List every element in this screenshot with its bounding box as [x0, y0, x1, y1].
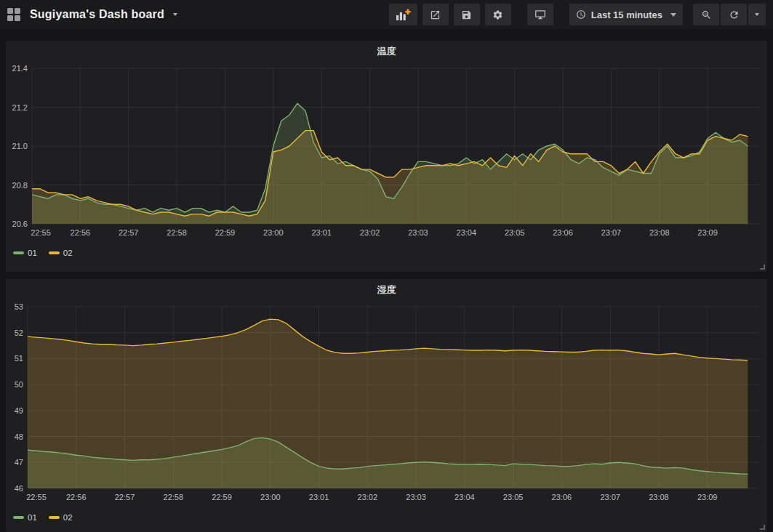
x-tick-label: 23:01 [311, 228, 332, 237]
y-tick-label: 21.2 [12, 103, 28, 112]
dashboard-title: Sugiyama's Dash board [30, 8, 164, 21]
time-range-picker[interactable]: Last 15 minutes [569, 4, 683, 25]
panel-temperature: 温度 20.620.821.021.221.422:5522:5622:5722… [6, 41, 767, 272]
x-tick-label: 23:03 [406, 493, 426, 501]
x-tick-label: 23:02 [360, 228, 380, 237]
y-tick-label: 47 [15, 458, 23, 467]
temperature-legend: 0102 [6, 246, 767, 257]
legend-label: 01 [28, 513, 37, 522]
y-tick-label: 50 [15, 380, 23, 389]
legend-label: 02 [63, 249, 73, 257]
x-tick-label: 22:59 [215, 228, 236, 237]
y-tick-label: 21.0 [12, 142, 28, 150]
x-tick-label: 22:58 [167, 228, 187, 237]
tv-mode-button[interactable] [527, 4, 553, 25]
legend-item-01[interactable]: 01 [13, 249, 37, 257]
share-button[interactable] [422, 4, 449, 25]
add-panel-button[interactable] [389, 4, 417, 25]
x-tick-label: 23:09 [697, 228, 718, 237]
x-tick-label: 23:05 [505, 228, 525, 237]
y-tick-label: 49 [15, 406, 23, 415]
x-tick-label: 23:06 [553, 228, 573, 237]
humidity-legend: 0102 [6, 510, 767, 522]
time-range-caret-icon [670, 13, 676, 17]
dashboard-caret-icon[interactable] [173, 13, 177, 16]
dashboards-grid-icon[interactable] [7, 8, 21, 22]
x-tick-label: 23:04 [457, 228, 477, 237]
x-tick-label: 22:59 [212, 493, 232, 501]
share-icon [430, 9, 441, 20]
refresh-button[interactable] [721, 4, 747, 25]
time-range-label: Last 15 minutes [591, 9, 662, 20]
legend-color-dash [13, 516, 24, 519]
panel-title-temperature[interactable]: 温度 [6, 41, 767, 60]
x-tick-label: 23:00 [260, 493, 281, 501]
save-button[interactable] [454, 4, 480, 25]
legend-label: 01 [28, 249, 37, 257]
y-tick-label: 53 [15, 302, 23, 311]
refresh-interval-button[interactable] [748, 4, 766, 25]
legend-color-dash [49, 251, 60, 254]
x-tick-label: 22:56 [71, 228, 91, 237]
clock-icon [576, 9, 586, 20]
x-tick-label: 23:08 [649, 493, 669, 501]
legend-color-dash [49, 516, 60, 519]
panel-resize-handle[interactable] [760, 525, 765, 530]
x-tick-label: 23:09 [697, 493, 718, 501]
tv-mode-icon [534, 9, 546, 20]
legend-item-02[interactable]: 02 [49, 249, 73, 257]
add-panel-icon [396, 9, 411, 20]
x-tick-label: 23:01 [309, 493, 329, 501]
y-tick-label: 20.8 [12, 181, 28, 190]
y-tick-label: 46 [15, 484, 23, 493]
humidity-graph[interactable]: 464748495051525322:5522:5622:5722:5822:5… [6, 298, 767, 507]
navbar: Sugiyama's Dash board [0, 0, 773, 29]
refresh-interval-caret-icon [755, 13, 759, 16]
x-tick-label: 23:00 [263, 228, 284, 237]
x-tick-label: 23:06 [552, 493, 572, 501]
zoom-out-icon [701, 9, 712, 20]
y-tick-label: 20.6 [12, 219, 28, 228]
x-tick-label: 22:55 [26, 493, 47, 501]
x-tick-label: 22:55 [31, 228, 51, 237]
x-tick-label: 23:05 [503, 493, 524, 501]
x-tick-label: 22:58 [164, 493, 184, 501]
panel-humidity: 湿度 464748495051525322:5522:5622:5722:582… [6, 279, 767, 532]
y-tick-label: 48 [15, 432, 23, 441]
x-tick-label: 23:07 [601, 228, 622, 237]
zoom-out-button[interactable] [693, 4, 719, 25]
legend-item-01[interactable]: 01 [13, 513, 37, 522]
x-tick-label: 23:04 [454, 493, 475, 501]
temperature-graph[interactable]: 20.620.821.021.221.422:5522:5622:5722:58… [6, 60, 767, 243]
save-icon [461, 9, 472, 20]
dashboard-title-menu[interactable]: Sugiyama's Dash board [7, 8, 177, 22]
refresh-icon [729, 9, 740, 20]
series-02-fill [28, 319, 748, 488]
y-tick-label: 51 [15, 354, 23, 363]
x-tick-label: 22:57 [115, 493, 135, 501]
panel-resize-handle[interactable] [760, 265, 765, 270]
settings-gear-icon [492, 9, 503, 20]
x-tick-label: 23:03 [408, 228, 428, 237]
x-tick-label: 22:56 [66, 493, 87, 501]
legend-label: 02 [63, 513, 73, 522]
y-tick-label: 52 [15, 329, 23, 337]
x-tick-label: 22:57 [119, 228, 139, 237]
legend-item-02[interactable]: 02 [49, 513, 73, 522]
x-tick-label: 23:02 [358, 493, 378, 501]
panel-title-humidity[interactable]: 湿度 [6, 279, 767, 298]
settings-button[interactable] [485, 4, 511, 25]
y-tick-label: 21.4 [12, 64, 28, 73]
x-tick-label: 23:07 [600, 493, 620, 501]
legend-color-dash [13, 251, 24, 254]
x-tick-label: 23:08 [649, 228, 670, 237]
